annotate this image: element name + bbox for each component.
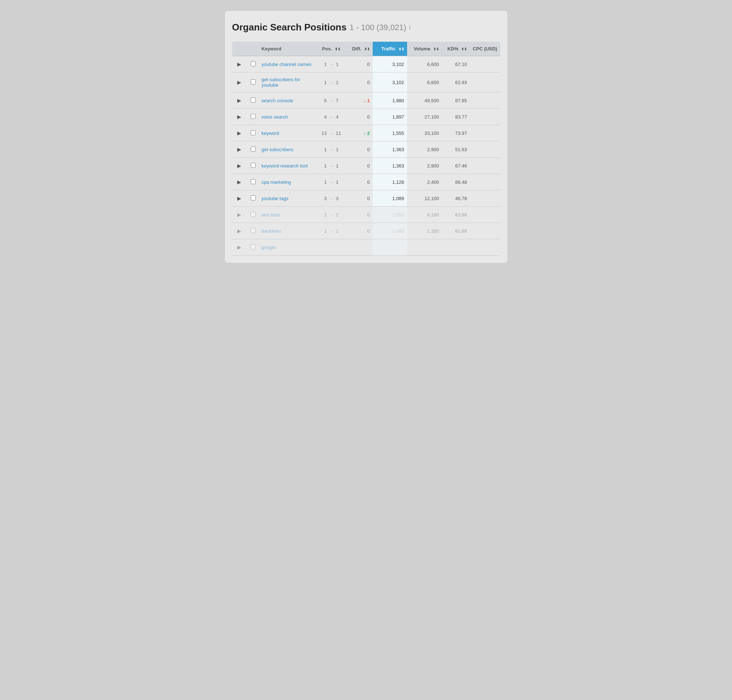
- volume-cell: 1,300: [407, 223, 442, 239]
- keyword-link[interactable]: backlinko: [261, 228, 281, 234]
- check-cell[interactable]: [246, 207, 259, 223]
- keyword-link[interactable]: cpa marketing: [261, 179, 291, 185]
- expand-cell[interactable]: ▶: [232, 190, 246, 207]
- title-text: Organic Search Positions: [232, 22, 347, 33]
- volume-cell: 6,600: [407, 56, 442, 72]
- expand-button[interactable]: ▶: [235, 113, 244, 121]
- row-checkbox[interactable]: [251, 97, 256, 103]
- expand-cell[interactable]: ▶: [232, 141, 246, 158]
- check-cell[interactable]: [246, 190, 259, 207]
- row-checkbox[interactable]: [251, 61, 256, 66]
- row-checkbox[interactable]: [251, 146, 256, 151]
- table-row: ▶ youtube channel names 1 → 1 0 3,102 6,…: [232, 56, 500, 72]
- row-checkbox[interactable]: [251, 196, 256, 200]
- check-cell[interactable]: [246, 109, 259, 125]
- check-cell[interactable]: [246, 141, 259, 158]
- row-checkbox[interactable]: [251, 228, 256, 233]
- row-checkbox[interactable]: [251, 244, 256, 249]
- expand-button[interactable]: ▶: [235, 244, 244, 251]
- traffic-col-header[interactable]: Traffic ⬆⬇: [373, 42, 407, 56]
- volume-cell: 6,600: [407, 72, 442, 93]
- volume-cell: 8,100: [407, 207, 442, 223]
- keyword-cell: youtube tags: [259, 190, 315, 207]
- diff-col-header[interactable]: Diff. ⬆⬇: [348, 42, 373, 56]
- expand-cell[interactable]: ▶: [232, 72, 246, 93]
- expand-cell[interactable]: ▶: [232, 239, 246, 256]
- kd-cell: 73.97: [442, 125, 470, 141]
- info-icon[interactable]: i: [409, 25, 410, 31]
- traffic-cell: 1,363: [373, 158, 407, 174]
- volume-sort-icon: ⬆⬇: [433, 47, 439, 51]
- keyword-link[interactable]: voice search: [261, 114, 288, 120]
- expand-cell[interactable]: ▶: [232, 174, 246, 190]
- expand-cell[interactable]: ▶: [232, 109, 246, 125]
- row-checkbox[interactable]: [251, 130, 256, 135]
- keyword-link[interactable]: seo tools: [261, 212, 280, 218]
- cpc-cell: [470, 174, 500, 190]
- pos-cell: 1 → 1: [315, 72, 348, 93]
- cpc-cell: [470, 125, 500, 141]
- expand-cell[interactable]: ▶: [232, 207, 246, 223]
- keyword-link[interactable]: keyword research tool: [261, 163, 308, 169]
- row-checkbox[interactable]: [251, 212, 256, 217]
- expand-cell[interactable]: ▶: [232, 56, 246, 72]
- traffic-cell: 1,128: [373, 174, 407, 190]
- kd-cell: 67.46: [442, 158, 470, 174]
- keyword-link[interactable]: search console: [261, 98, 293, 103]
- expand-button[interactable]: ▶: [235, 79, 244, 86]
- keyword-cell: get subscribers for youtube: [259, 72, 315, 93]
- check-cell[interactable]: [246, 72, 259, 93]
- expand-button[interactable]: ▶: [235, 195, 244, 202]
- cpc-cell: [470, 158, 500, 174]
- expand-button[interactable]: ▶: [235, 129, 244, 137]
- check-cell[interactable]: [246, 56, 259, 72]
- expand-cell[interactable]: ▶: [232, 93, 246, 109]
- expand-button[interactable]: ▶: [235, 211, 244, 218]
- row-checkbox[interactable]: [251, 163, 256, 168]
- keyword-link[interactable]: get subscribers: [261, 147, 293, 152]
- check-cell[interactable]: [246, 223, 259, 239]
- row-checkbox[interactable]: [251, 114, 256, 119]
- check-cell[interactable]: [246, 93, 259, 109]
- expand-button[interactable]: ▶: [235, 97, 244, 104]
- diff-cell: 0: [348, 207, 373, 223]
- diff-cell: ↓ 1: [348, 93, 373, 109]
- row-checkbox[interactable]: [251, 179, 256, 184]
- volume-cell: 2,400: [407, 174, 442, 190]
- keyword-cell: youtube channel names: [259, 56, 315, 72]
- expand-cell[interactable]: ▶: [232, 158, 246, 174]
- keyword-cell: keyword research tool: [259, 158, 315, 174]
- kd-col-header[interactable]: KD% ⬆⬇: [442, 42, 470, 56]
- row-checkbox[interactable]: [251, 79, 256, 84]
- expand-button[interactable]: ▶: [235, 178, 244, 185]
- pos-col-header[interactable]: Pos. ⬆⬇: [315, 42, 348, 56]
- keyword-link[interactable]: google: [261, 245, 276, 250]
- table-row: ▶ youtube tags 3 → 3 0 1,089 12,100 46.7…: [232, 190, 500, 207]
- expand-cell[interactable]: ▶: [232, 223, 246, 239]
- check-cell[interactable]: [246, 125, 259, 141]
- keyword-link[interactable]: keyword: [261, 131, 279, 136]
- keyword-col-header[interactable]: Keyword: [259, 42, 315, 56]
- traffic-cell: 1,363: [373, 141, 407, 158]
- diff-cell: 0: [348, 158, 373, 174]
- table-row: ▶ search console 6 → 7 ↓ 1 1,980 49,500 …: [232, 93, 500, 109]
- volume-cell: 2,900: [407, 141, 442, 158]
- diff-cell: 0: [348, 223, 373, 239]
- kd-cell: 51.63: [442, 141, 470, 158]
- check-cell[interactable]: [246, 174, 259, 190]
- expand-button[interactable]: ▶: [235, 162, 244, 169]
- check-cell[interactable]: [246, 158, 259, 174]
- kd-cell: [442, 239, 470, 256]
- keyword-link[interactable]: youtube channel names: [261, 62, 311, 67]
- check-cell[interactable]: [246, 239, 259, 256]
- expand-button[interactable]: ▶: [235, 227, 244, 235]
- keyword-link[interactable]: get subscribers for youtube: [261, 77, 300, 88]
- volume-col-header[interactable]: Volume ⬆⬇: [407, 42, 442, 56]
- expand-button[interactable]: ▶: [235, 146, 244, 153]
- expand-cell[interactable]: ▶: [232, 125, 246, 141]
- kd-cell: 83.77: [442, 109, 470, 125]
- keyword-link[interactable]: youtube tags: [261, 196, 288, 201]
- expand-button[interactable]: ▶: [235, 60, 244, 68]
- pos-sort-icon: ⬆⬇: [334, 47, 340, 51]
- pos-cell: [315, 239, 348, 256]
